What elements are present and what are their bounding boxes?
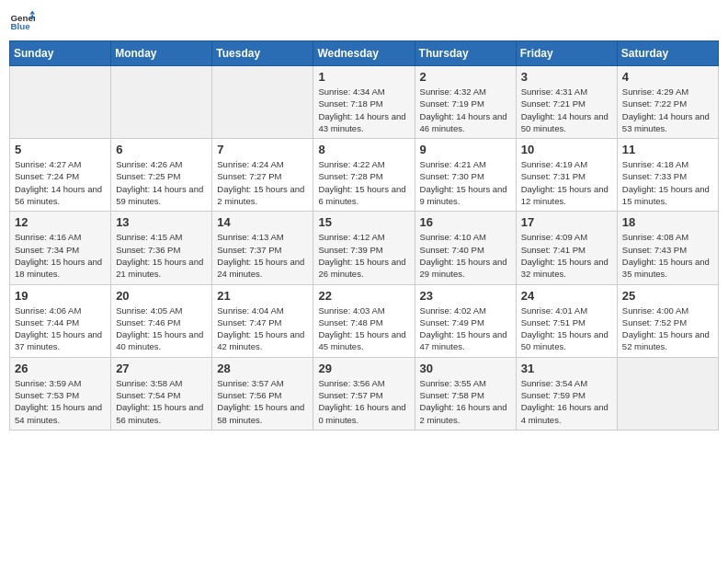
- week-row-1: 1Sunrise: 4:34 AMSunset: 7:18 PMDaylight…: [10, 66, 719, 139]
- calendar-cell: 8Sunrise: 4:22 AMSunset: 7:28 PMDaylight…: [313, 139, 415, 212]
- weekday-thursday: Thursday: [415, 41, 516, 66]
- calendar-cell: 4Sunrise: 4:29 AMSunset: 7:22 PMDaylight…: [617, 66, 718, 139]
- day-number: 23: [420, 289, 511, 303]
- calendar-cell: [10, 66, 111, 139]
- week-row-2: 5Sunrise: 4:27 AMSunset: 7:24 PMDaylight…: [10, 139, 719, 212]
- calendar-cell: 31Sunrise: 3:54 AMSunset: 7:59 PMDayligh…: [516, 357, 617, 430]
- day-number: 12: [15, 215, 106, 229]
- calendar-cell: 12Sunrise: 4:16 AMSunset: 7:34 PMDayligh…: [10, 212, 111, 284]
- day-info: Sunrise: 4:21 AMSunset: 7:30 PMDaylight:…: [420, 158, 511, 207]
- day-number: 3: [521, 70, 612, 84]
- day-info: Sunrise: 4:26 AMSunset: 7:25 PMDaylight:…: [116, 158, 207, 207]
- weekday-sunday: Sunday: [10, 41, 111, 66]
- day-info: Sunrise: 4:22 AMSunset: 7:28 PMDaylight:…: [318, 158, 409, 207]
- day-info: Sunrise: 3:59 AMSunset: 7:53 PMDaylight:…: [15, 377, 106, 426]
- day-info: Sunrise: 3:57 AMSunset: 7:56 PMDaylight:…: [217, 377, 308, 426]
- day-number: 29: [318, 362, 409, 375]
- calendar-cell: 14Sunrise: 4:13 AMSunset: 7:37 PMDayligh…: [212, 212, 313, 284]
- calendar-cell: 6Sunrise: 4:26 AMSunset: 7:25 PMDaylight…: [111, 139, 212, 212]
- calendar-cell: 5Sunrise: 4:27 AMSunset: 7:24 PMDaylight…: [10, 139, 111, 212]
- calendar-cell: 11Sunrise: 4:18 AMSunset: 7:33 PMDayligh…: [617, 139, 718, 212]
- day-number: 26: [15, 362, 106, 375]
- calendar-cell: [617, 357, 718, 430]
- day-info: Sunrise: 4:29 AMSunset: 7:22 PMDaylight:…: [622, 86, 713, 134]
- day-number: 1: [318, 70, 409, 84]
- day-number: 22: [318, 289, 409, 303]
- logo-icon: General Blue: [9, 9, 35, 35]
- day-info: Sunrise: 4:12 AMSunset: 7:39 PMDaylight:…: [318, 231, 409, 280]
- calendar-cell: 3Sunrise: 4:31 AMSunset: 7:21 PMDaylight…: [516, 66, 617, 139]
- day-number: 17: [521, 215, 612, 229]
- day-number: 20: [116, 289, 207, 303]
- calendar-cell: 10Sunrise: 4:19 AMSunset: 7:31 PMDayligh…: [516, 139, 617, 212]
- day-number: 5: [15, 143, 106, 156]
- day-info: Sunrise: 4:06 AMSunset: 7:44 PMDaylight:…: [15, 304, 106, 353]
- weekday-monday: Monday: [111, 41, 212, 66]
- day-number: 24: [521, 289, 612, 303]
- day-info: Sunrise: 4:03 AMSunset: 7:48 PMDaylight:…: [318, 304, 409, 353]
- calendar-cell: 17Sunrise: 4:09 AMSunset: 7:41 PMDayligh…: [516, 212, 617, 284]
- day-info: Sunrise: 4:24 AMSunset: 7:27 PMDaylight:…: [217, 158, 308, 207]
- calendar-cell: 25Sunrise: 4:00 AMSunset: 7:52 PMDayligh…: [617, 284, 718, 357]
- day-number: 21: [217, 289, 308, 303]
- day-number: 15: [318, 215, 409, 229]
- day-info: Sunrise: 4:27 AMSunset: 7:24 PMDaylight:…: [15, 158, 106, 207]
- calendar-cell: [212, 66, 313, 139]
- calendar-cell: 16Sunrise: 4:10 AMSunset: 7:40 PMDayligh…: [415, 212, 516, 284]
- weekday-wednesday: Wednesday: [313, 41, 415, 66]
- day-number: 6: [116, 143, 207, 156]
- day-number: 27: [116, 362, 207, 375]
- day-number: 30: [420, 362, 511, 375]
- day-info: Sunrise: 4:19 AMSunset: 7:31 PMDaylight:…: [521, 158, 612, 207]
- logo: General Blue: [9, 9, 35, 35]
- calendar-cell: 18Sunrise: 4:08 AMSunset: 7:43 PMDayligh…: [617, 212, 718, 284]
- calendar-cell: 21Sunrise: 4:04 AMSunset: 7:47 PMDayligh…: [212, 284, 313, 357]
- day-info: Sunrise: 3:56 AMSunset: 7:57 PMDaylight:…: [318, 377, 409, 426]
- day-info: Sunrise: 4:32 AMSunset: 7:19 PMDaylight:…: [420, 86, 511, 134]
- day-info: Sunrise: 4:34 AMSunset: 7:18 PMDaylight:…: [318, 86, 409, 134]
- day-number: 7: [217, 143, 308, 156]
- day-info: Sunrise: 4:04 AMSunset: 7:47 PMDaylight:…: [217, 304, 308, 353]
- calendar-cell: 13Sunrise: 4:15 AMSunset: 7:36 PMDayligh…: [111, 212, 212, 284]
- day-info: Sunrise: 4:15 AMSunset: 7:36 PMDaylight:…: [116, 231, 207, 280]
- calendar-cell: 2Sunrise: 4:32 AMSunset: 7:19 PMDaylight…: [415, 66, 516, 139]
- calendar-table: SundayMondayTuesdayWednesdayThursdayFrid…: [9, 40, 719, 431]
- week-row-4: 19Sunrise: 4:06 AMSunset: 7:44 PMDayligh…: [10, 284, 719, 357]
- day-info: Sunrise: 4:13 AMSunset: 7:37 PMDaylight:…: [217, 231, 308, 280]
- calendar-cell: 30Sunrise: 3:55 AMSunset: 7:58 PMDayligh…: [415, 357, 516, 430]
- weekday-tuesday: Tuesday: [212, 41, 313, 66]
- day-number: 2: [420, 70, 511, 84]
- day-number: 9: [420, 143, 511, 156]
- day-number: 28: [217, 362, 308, 375]
- calendar-cell: 23Sunrise: 4:02 AMSunset: 7:49 PMDayligh…: [415, 284, 516, 357]
- day-number: 14: [217, 215, 308, 229]
- day-info: Sunrise: 4:10 AMSunset: 7:40 PMDaylight:…: [420, 231, 511, 280]
- page-header: General Blue: [9, 9, 719, 35]
- calendar-cell: 19Sunrise: 4:06 AMSunset: 7:44 PMDayligh…: [10, 284, 111, 357]
- calendar-cell: 15Sunrise: 4:12 AMSunset: 7:39 PMDayligh…: [313, 212, 415, 284]
- week-row-3: 12Sunrise: 4:16 AMSunset: 7:34 PMDayligh…: [10, 212, 719, 284]
- day-number: 31: [521, 362, 612, 375]
- day-info: Sunrise: 4:02 AMSunset: 7:49 PMDaylight:…: [420, 304, 511, 353]
- weekday-header-row: SundayMondayTuesdayWednesdayThursdayFrid…: [10, 41, 719, 66]
- calendar-cell: 20Sunrise: 4:05 AMSunset: 7:46 PMDayligh…: [111, 284, 212, 357]
- day-info: Sunrise: 4:01 AMSunset: 7:51 PMDaylight:…: [521, 304, 612, 353]
- calendar-cell: 22Sunrise: 4:03 AMSunset: 7:48 PMDayligh…: [313, 284, 415, 357]
- week-row-5: 26Sunrise: 3:59 AMSunset: 7:53 PMDayligh…: [10, 357, 719, 430]
- day-info: Sunrise: 4:00 AMSunset: 7:52 PMDaylight:…: [622, 304, 713, 353]
- day-info: Sunrise: 3:58 AMSunset: 7:54 PMDaylight:…: [116, 377, 207, 426]
- day-info: Sunrise: 4:08 AMSunset: 7:43 PMDaylight:…: [622, 231, 713, 280]
- day-number: 8: [318, 143, 409, 156]
- day-info: Sunrise: 4:16 AMSunset: 7:34 PMDaylight:…: [15, 231, 106, 280]
- day-info: Sunrise: 4:31 AMSunset: 7:21 PMDaylight:…: [521, 86, 612, 134]
- weekday-friday: Friday: [516, 41, 617, 66]
- calendar-cell: 26Sunrise: 3:59 AMSunset: 7:53 PMDayligh…: [10, 357, 111, 430]
- day-info: Sunrise: 3:54 AMSunset: 7:59 PMDaylight:…: [521, 377, 612, 426]
- day-info: Sunrise: 4:09 AMSunset: 7:41 PMDaylight:…: [521, 231, 612, 280]
- day-number: 25: [622, 289, 713, 303]
- weekday-saturday: Saturday: [617, 41, 718, 66]
- calendar-cell: 1Sunrise: 4:34 AMSunset: 7:18 PMDaylight…: [313, 66, 415, 139]
- calendar-cell: [111, 66, 212, 139]
- calendar-cell: 7Sunrise: 4:24 AMSunset: 7:27 PMDaylight…: [212, 139, 313, 212]
- calendar-cell: 9Sunrise: 4:21 AMSunset: 7:30 PMDaylight…: [415, 139, 516, 212]
